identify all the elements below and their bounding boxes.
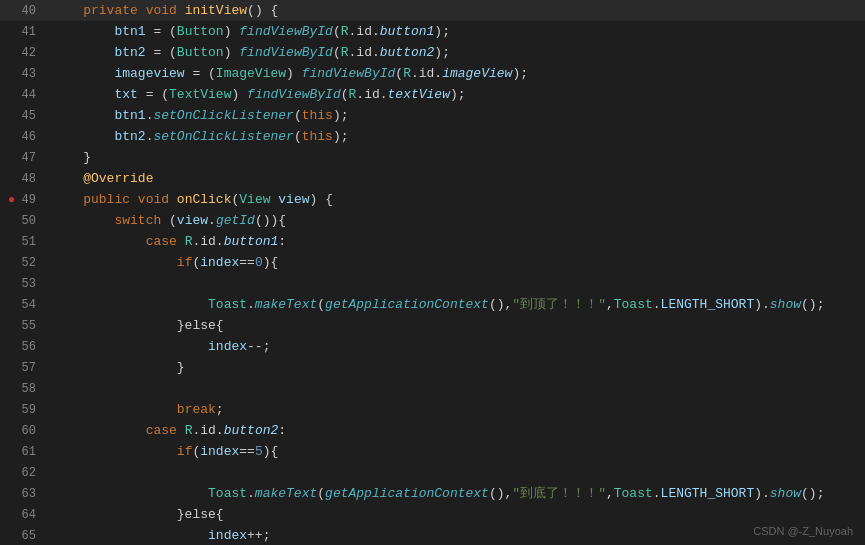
- code-line-45: 45 btn1.setOnClickListener(this);: [0, 105, 865, 126]
- code-line-40: 40 private void initView() {: [0, 0, 865, 21]
- watermark-text: CSDN @-Z_Nuyoah: [753, 525, 853, 537]
- code-line-51: 51 case R.id.button1:: [0, 231, 865, 252]
- code-line-60: 60 case R.id.button2:: [0, 420, 865, 441]
- code-line-64: 64 }else{: [0, 504, 865, 525]
- code-line-61: 61 if(index==5){: [0, 441, 865, 462]
- code-line-54: 54 Toast.makeText(getApplicationContext(…: [0, 294, 865, 315]
- code-line-63: 63 Toast.makeText(getApplicationContext(…: [0, 483, 865, 504]
- code-line-41: 41 btn1 = (Button) findViewById(R.id.but…: [0, 21, 865, 42]
- code-line-57: 57 }: [0, 357, 865, 378]
- code-line-56: 56 index--;: [0, 336, 865, 357]
- code-line-62: 62: [0, 462, 865, 483]
- code-line-55: 55 }else{: [0, 315, 865, 336]
- code-line-42: 42 btn2 = (Button) findViewById(R.id.but…: [0, 42, 865, 63]
- code-line-44: 44 txt = (TextView) findViewById(R.id.te…: [0, 84, 865, 105]
- code-line-65: 65 index++;: [0, 525, 865, 545]
- code-line-43: 43 imageview = (ImageView) findViewById(…: [0, 63, 865, 84]
- code-line-58: 58: [0, 378, 865, 399]
- code-line-59: 59 break;: [0, 399, 865, 420]
- code-line-53: 53: [0, 273, 865, 294]
- code-line-52: 52 if(index==0){: [0, 252, 865, 273]
- code-line-49: 49 public void onClick(View view) {: [0, 189, 865, 210]
- code-editor: 40 private void initView() { 41 btn1 = (…: [0, 0, 865, 545]
- code-line-48: 48 @Override: [0, 168, 865, 189]
- code-line-50: 50 switch (view.getId()){: [0, 210, 865, 231]
- code-line-47: 47 }: [0, 147, 865, 168]
- code-line-46: 46 btn2.setOnClickListener(this);: [0, 126, 865, 147]
